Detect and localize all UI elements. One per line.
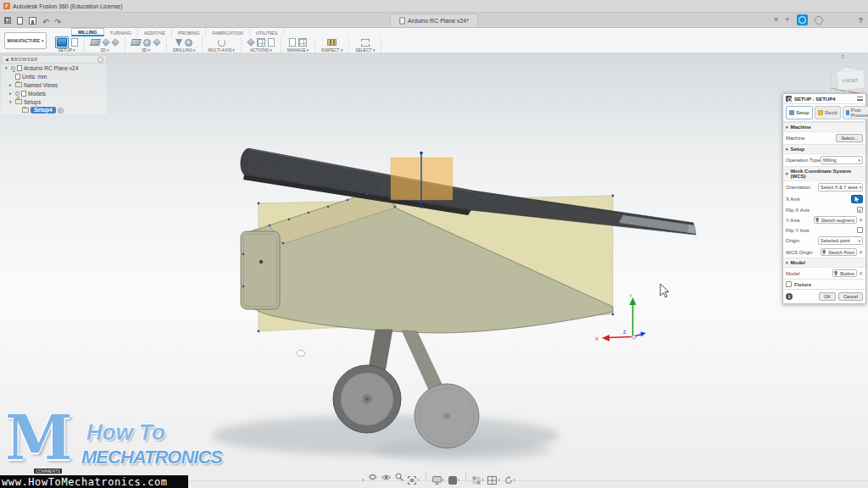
2d-contour-icon[interactable] (111, 38, 120, 47)
ok-button[interactable]: OK (819, 292, 836, 301)
y-axis-selection-chip[interactable]: Sketch segment (814, 216, 857, 224)
cancel-button[interactable]: Cancel (838, 292, 863, 301)
close-tab-button[interactable]: × (774, 16, 778, 24)
wcs-origin-selection-chip[interactable]: Sketch Point (821, 248, 857, 256)
document-tab-bar: Arduino RC Plane v24* × + ? (0, 13, 868, 28)
collapse-browser-icon[interactable]: ◀ (5, 57, 8, 62)
task-manager-icon[interactable] (298, 38, 307, 47)
drill-icon[interactable] (175, 39, 182, 47)
new-tab-button[interactable]: + (785, 16, 789, 24)
model-selection-chip[interactable]: Bodies (832, 269, 857, 277)
fit-icon[interactable] (408, 469, 419, 485)
collapsed-icon[interactable]: ▸ (9, 82, 14, 87)
redo-icon[interactable] (55, 13, 62, 28)
effects-icon[interactable] (448, 469, 459, 485)
setup-dialog-header[interactable]: SETUP : SETUP4 (783, 94, 865, 104)
grid-snaps-icon[interactable] (472, 469, 483, 485)
setup-sheet-icon[interactable] (268, 38, 275, 47)
contour-finishing-icon[interactable] (153, 38, 161, 47)
browser-gear-icon[interactable] (97, 57, 103, 63)
zoom-icon[interactable] (395, 473, 403, 481)
file-menu-icon[interactable] (17, 17, 23, 25)
save-icon[interactable] (29, 17, 36, 25)
machine-section-header[interactable]: ▾ Machine (783, 122, 865, 132)
visibility-bulb-icon[interactable] (15, 92, 19, 96)
data-panel-icon[interactable] (4, 17, 11, 24)
measure-icon[interactable] (327, 39, 337, 46)
tab-utilities[interactable]: UTILITIES (250, 28, 285, 36)
browser-header[interactable]: ◀ BROWSER (2, 55, 107, 64)
setup4-selected-chip[interactable]: Setup4 (31, 107, 56, 114)
operation-type-dropdown[interactable]: Milling (821, 156, 863, 164)
browser-item-setups[interactable]: ▾ Setups (2, 97, 107, 106)
post-process-icon[interactable] (257, 38, 265, 47)
simulate-icon[interactable] (247, 38, 255, 47)
2d-pocket-icon[interactable] (102, 38, 110, 47)
browser-panel: ◀ BROWSER ▾ Arduino RC Plane v24 Units: … (2, 55, 107, 114)
fixture-checkbox[interactable] (786, 281, 792, 287)
clear-model-icon[interactable]: ✕ (859, 270, 863, 276)
collapsed-icon[interactable]: ▸ (9, 91, 14, 96)
viewports-icon[interactable] (487, 469, 499, 485)
dialog-tab-post-process[interactable]: Post Process (843, 106, 868, 119)
expand-icon[interactable]: ▾ (5, 65, 9, 70)
orbit-icon[interactable] (368, 473, 377, 481)
bore-icon[interactable] (185, 39, 192, 47)
clear-y-axis-icon[interactable]: ✕ (859, 217, 863, 223)
stock-point-highlight[interactable] (391, 152, 453, 208)
select-icon[interactable] (361, 39, 370, 47)
dialog-menu-icon[interactable] (857, 97, 863, 101)
browser-item-named-views[interactable]: ▸ Named Views (2, 80, 107, 89)
orbit-mode-icon[interactable] (504, 469, 515, 485)
info-icon[interactable] (786, 293, 793, 300)
fixture-section-header[interactable]: Fixture (783, 279, 865, 289)
expand-icon[interactable]: ▾ (9, 99, 14, 104)
tab-milling[interactable]: MILLING (71, 28, 104, 36)
setup-tool-icon[interactable] (55, 36, 69, 48)
tab-fabrication[interactable]: FABRICATION (206, 28, 249, 36)
wcs-section-header[interactable]: ▾ Work Coordinate System (WCS) (783, 166, 865, 181)
tab-probing[interactable]: PROBING (172, 28, 206, 36)
undo-icon[interactable] (42, 13, 49, 28)
profile-icon[interactable] (797, 14, 808, 25)
browser-item-models[interactable]: ▸ Models (2, 89, 107, 97)
help-button[interactable]: ? (859, 16, 864, 25)
origin-dropdown[interactable]: Selected point (818, 236, 863, 245)
face-milling-icon[interactable] (90, 39, 101, 46)
setup-section-header[interactable]: ▾ Setup (783, 144, 865, 154)
model-section-header[interactable]: ▾ Model (783, 258, 865, 268)
document-tab[interactable]: Arduino RC Plane v24* (390, 14, 478, 27)
parallel-finishing-icon[interactable] (143, 39, 151, 47)
document-icon (17, 65, 22, 71)
machine-select-button[interactable]: Select... (836, 134, 863, 142)
new-setup-plus-icon[interactable] (58, 108, 64, 114)
visibility-bulb-icon[interactable] (11, 66, 15, 70)
browser-item-setup4[interactable]: Setup4 (2, 106, 107, 114)
tab-additive[interactable]: ADDITIVE (138, 28, 172, 36)
browser-item-root[interactable]: ▾ Arduino RC Plane v24 (2, 64, 107, 72)
orientation-dropdown[interactable]: Select X & Y axes (818, 183, 863, 191)
dialog-tab-stock[interactable]: Stock (815, 106, 841, 119)
pan-icon[interactable] (353, 469, 364, 485)
flip-y-checkbox[interactable] (857, 227, 863, 233)
units-icon (15, 74, 20, 80)
tool-library-icon[interactable] (289, 38, 296, 47)
viewport-canvas[interactable]: Y X Z (0, 53, 868, 488)
x-axis-select-button[interactable] (851, 195, 863, 203)
flip-x-row: Flip X Axis (783, 205, 865, 214)
multi-axis-icon[interactable] (218, 39, 225, 47)
tab-turning[interactable]: TURNING (104, 28, 138, 36)
stock-sheet-icon[interactable] (71, 38, 78, 47)
viewcube-left-face[interactable] (831, 71, 837, 91)
dialog-tab-setup[interactable]: Setup (786, 106, 813, 119)
display-settings-icon[interactable] (432, 469, 444, 485)
workspace-switcher[interactable]: MANUFACTURE (4, 32, 47, 49)
document-icon (399, 17, 404, 24)
origin-sketch-ellipse[interactable] (297, 351, 305, 357)
look-at-icon[interactable] (381, 474, 391, 481)
job-status-icon[interactable] (815, 16, 823, 25)
adaptive-clearing-icon[interactable] (131, 39, 142, 46)
browser-item-units[interactable]: Units: mm (2, 72, 107, 80)
clear-wcs-origin-icon[interactable]: ✕ (859, 249, 863, 255)
flip-x-checkbox[interactable] (857, 207, 863, 213)
